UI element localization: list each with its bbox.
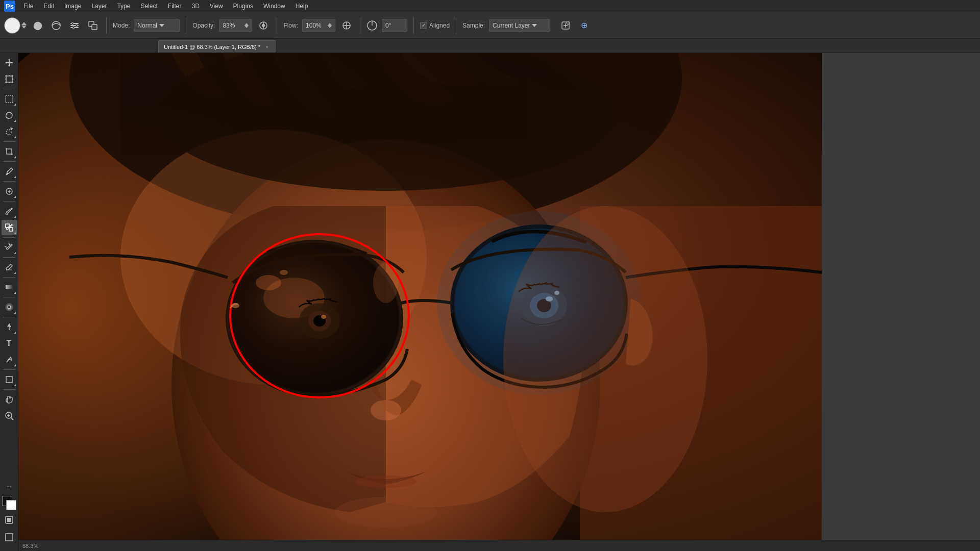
sample-dropdown[interactable]: Current Layer [489,19,550,32]
history-brush-tool[interactable] [2,240,17,255]
opacity-label: Opacity: [192,22,215,29]
opacity-pressure-icon[interactable] [256,18,271,33]
toolbar: T ··· [0,53,18,551]
svg-rect-38 [6,285,13,289]
menu-filter[interactable]: Filter [164,2,186,11]
menu-window[interactable]: Window [259,2,289,11]
marquee-rect-tool[interactable] [2,91,17,107]
brush-tool[interactable] [2,204,17,219]
brush-settings-icon[interactable] [67,18,82,33]
tool-preset-picker[interactable] [4,17,27,34]
app-icon: Ps [4,1,15,12]
opacity-input[interactable]: 83% [219,19,252,32]
sep-1 [106,17,107,34]
screen-mode-button[interactable] [2,530,17,545]
more-tools-button[interactable]: ··· [2,479,17,494]
sep-5 [413,17,414,34]
svg-point-57 [371,400,401,420]
text-tool[interactable]: T [2,336,17,351]
brush-preview[interactable] [4,17,20,34]
lasso-tool[interactable] [2,108,17,123]
tool-separator-8 [3,277,15,278]
pen-tool[interactable] [2,319,17,335]
sep-4 [360,17,360,34]
document-canvas [18,53,822,551]
zoom-tool[interactable] [2,408,17,423]
menu-plugins[interactable]: Plugins [229,2,257,11]
blur-tool[interactable] [2,299,17,315]
svg-point-62 [256,275,281,290]
background-color[interactable] [6,500,16,510]
flow-airbrush-icon[interactable] [339,18,354,33]
shape-tool[interactable] [2,372,17,387]
clone-stamp-tool[interactable] [2,220,17,235]
angle-dial[interactable] [366,20,378,31]
svg-point-74 [373,262,399,303]
svg-rect-49 [6,534,13,541]
brush-type-hardness[interactable] [49,18,63,33]
mode-chevron [159,24,164,27]
menu-bar: Ps File Edit Image Layer Type Select Fil… [0,0,980,12]
options-bar: ⬤ Mode: Normal Opacity: 83% Flow: 100% [0,12,980,39]
move-tool[interactable] [2,55,17,70]
flow-label: Flow: [283,22,298,29]
menu-help[interactable]: Help [291,2,312,11]
svg-point-2 [52,21,60,30]
tool-separator-6 [3,237,15,238]
eraser-tool[interactable] [2,260,17,275]
clone-source-icon[interactable] [86,18,100,33]
mode-dropdown[interactable]: Normal [134,19,180,32]
photo-canvas[interactable] [18,53,822,551]
preset-down-arrow[interactable] [21,26,27,29]
quick-mask-button[interactable] [2,512,17,528]
status-bar: 68.3% [18,540,980,551]
status-info: 68.3% [22,543,38,549]
menu-3d[interactable]: 3D [187,2,203,11]
eyedropper-tool[interactable] [2,164,17,179]
healing-brush-tool[interactable] [2,184,17,199]
angle-input[interactable]: 0° [382,19,407,32]
flow-input[interactable]: 100% [302,19,335,32]
clone-overlay-icon[interactable]: ⊕ [577,18,591,33]
hand-tool[interactable] [2,392,17,407]
tool-separator-11 [3,369,15,370]
path-select-tool[interactable] [2,352,17,367]
svg-point-78 [335,497,437,528]
zoom-display: 68.3% [22,543,38,549]
tool-separator-5 [3,201,15,202]
sample-chevron [532,24,537,27]
svg-point-32 [6,130,11,135]
crop-tool[interactable] [2,144,17,159]
tab-bar: Untitled-1 @ 68.3% (Layer 1, RGB/8) * × [0,39,980,53]
svg-point-76 [503,206,707,512]
preset-up-arrow[interactable] [21,22,27,25]
quick-select-tool[interactable] [2,124,17,139]
document-tab[interactable]: Untitled-1 @ 68.3% (Layer 1, RGB/8) * × [158,40,276,53]
menu-type[interactable]: Type [113,2,134,11]
menu-layer[interactable]: Layer [87,2,111,11]
color-swatch-area[interactable] [2,496,16,510]
svg-rect-18 [6,76,12,82]
menu-file[interactable]: File [19,2,37,11]
svg-rect-48 [7,518,11,522]
tool-separator-2 [3,141,15,142]
ignore-adj-layers-icon[interactable] [558,18,573,33]
sep-6 [456,17,456,34]
mode-label: Mode: [113,22,130,29]
svg-point-8 [72,27,75,29]
svg-point-58 [355,475,416,488]
brush-type-default[interactable]: ⬤ [31,18,45,33]
aligned-checkbox-area[interactable]: ✓ Aligned [420,22,450,29]
canvas-area: 68.3% [18,53,980,551]
artboard-tool[interactable] [2,71,17,87]
svg-point-80 [280,270,288,275]
aligned-checkbox[interactable]: ✓ [420,22,427,29]
menu-view[interactable]: View [206,2,227,11]
menu-image[interactable]: Image [60,2,85,11]
svg-rect-31 [6,95,13,103]
menu-select[interactable]: Select [136,2,161,11]
tab-close-button[interactable]: × [263,43,271,51]
gradient-tool[interactable] [2,280,17,295]
menu-edit[interactable]: Edit [39,2,58,11]
tool-separator-3 [3,161,15,162]
